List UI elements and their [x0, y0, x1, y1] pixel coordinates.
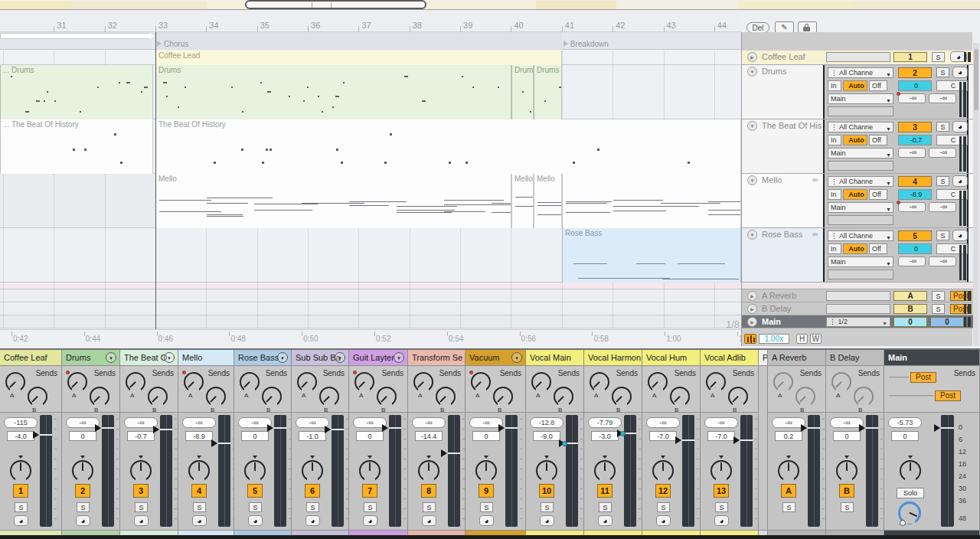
mixer-track-name[interactable]: Rose Bass	[238, 353, 279, 362]
monitor-auto-button[interactable]: Auto	[843, 189, 867, 200]
track-number-chip[interactable]: 2	[898, 67, 932, 78]
level-meter[interactable]	[40, 415, 52, 527]
mixer-track-name[interactable]: Guit Layter	[353, 353, 394, 362]
send-b-knob[interactable]	[319, 387, 339, 407]
volume-field[interactable]: 0	[898, 243, 932, 254]
arm-button[interactable]: ◕	[952, 121, 968, 132]
send-a-knob[interactable]	[413, 372, 433, 392]
arrangement-clip[interactable]: ... Drums	[0, 65, 153, 119]
send-b-knob[interactable]	[728, 387, 748, 407]
mixer-track-name[interactable]: Coffee Leaf	[4, 353, 47, 362]
track-fold-button[interactable]: ▼	[747, 121, 757, 131]
monitor-in-button[interactable]: In	[828, 189, 841, 200]
pan-knob[interactable]	[836, 460, 858, 482]
monitor-off-button[interactable]: Off	[869, 135, 887, 145]
track-activator[interactable]: 11	[597, 484, 612, 498]
level-meter[interactable]	[102, 415, 114, 527]
volume-field[interactable]: -8.9	[185, 431, 213, 441]
send-b-knob[interactable]	[493, 387, 513, 407]
send-b-knob[interactable]	[670, 387, 690, 407]
peak-level-display[interactable]: -7.79	[588, 417, 622, 428]
track-fold-button[interactable]: ▶	[747, 304, 757, 314]
arrangement-clip[interactable]: Rose Bass	[562, 228, 741, 283]
track-io-display[interactable]	[826, 304, 890, 314]
group-fold-button[interactable]: ▼	[511, 352, 522, 363]
monitor-in-button[interactable]: In	[828, 243, 841, 254]
send-a-knob[interactable]	[590, 372, 609, 392]
solo-button[interactable]: S	[932, 52, 945, 62]
send-b-knob[interactable]	[206, 387, 226, 407]
input-channel-dropdown[interactable]: ⋮ All Channe▼	[828, 122, 893, 132]
track-header-row[interactable]: ▼Mello∞⋮ All Channe▼InAutoOffMain▼4S◕-8.…	[742, 174, 973, 228]
crossfader-assign-icon[interactable]	[900, 520, 906, 526]
fader-handle[interactable]	[95, 424, 101, 432]
timeline-track-lane[interactable]	[0, 283, 741, 289]
track-activator[interactable]: 13	[714, 484, 729, 498]
fader-handle[interactable]	[498, 424, 505, 432]
scrub-area[interactable]	[0, 32, 741, 50]
level-meter[interactable]	[866, 415, 878, 527]
group-fold-button[interactable]: ▼	[277, 352, 288, 363]
input-channel-dropdown[interactable]: ⋮ All Channe▼	[828, 67, 893, 78]
solo-button[interactable]: S	[15, 502, 28, 512]
peak-level-display[interactable]: -∞	[646, 417, 680, 428]
arm-button[interactable]: ◕	[598, 515, 612, 526]
level-meter[interactable]	[160, 415, 172, 527]
fader-handle[interactable]	[267, 424, 273, 432]
delete-button[interactable]: Del	[746, 22, 769, 33]
send-a-knob[interactable]	[240, 372, 260, 392]
solo-button[interactable]: S	[193, 502, 206, 512]
track-activator[interactable]: 2	[75, 484, 90, 498]
track-activator[interactable]: B	[839, 484, 854, 498]
pan-knob[interactable]	[10, 460, 31, 482]
solo-button[interactable]: S	[782, 502, 795, 512]
monitor-off-button[interactable]: Off	[869, 80, 887, 91]
monitor-in-button[interactable]: In	[828, 80, 841, 91]
lock-envelopes-button[interactable]	[798, 21, 817, 33]
timeline-track-lane[interactable]	[0, 315, 741, 328]
time-ruler[interactable]: 0:420:440:460:480:500:520:540:560:581:00…	[0, 329, 741, 346]
arm-button[interactable]: ◕	[656, 515, 671, 526]
beat-time-ruler[interactable]: 3132333435363738394041424344	[0, 11, 741, 32]
out-meter-value[interactable]: -∞	[929, 93, 956, 103]
group-fold-button[interactable]: ▼	[394, 352, 404, 363]
level-meter[interactable]	[274, 415, 286, 527]
arrangement-clip[interactable]: Drums	[155, 65, 511, 119]
arrangement-clip[interactable]: Drum	[511, 65, 534, 119]
mixer-track-name[interactable]: Vocal Main	[530, 353, 571, 362]
solo-button[interactable]: S	[936, 122, 949, 132]
level-meter[interactable]	[448, 415, 460, 527]
send-a-knob[interactable]	[354, 372, 374, 392]
track-number-chip[interactable]: 3	[898, 122, 932, 132]
zoom-factor-field[interactable]: 1.00x	[759, 334, 789, 344]
track-name[interactable]: Rose Bass	[762, 230, 802, 239]
track-name[interactable]: A Reverb	[762, 291, 796, 300]
arrangement-clip[interactable]: Drums	[534, 65, 562, 119]
track-activator[interactable]: 4	[191, 484, 207, 498]
volume-field[interactable]: -8.9	[898, 189, 932, 200]
overview-view-selector[interactable]	[245, 0, 426, 9]
solo-button[interactable]: S	[423, 502, 436, 512]
track-header-row[interactable]: ▶B DelayBSPost	[742, 302, 973, 315]
peak-level-display[interactable]: -∞	[704, 417, 738, 428]
volume-field[interactable]: -0.7	[127, 431, 155, 441]
pan-knob[interactable]	[536, 460, 557, 482]
peak-level-display[interactable]: -5.73	[888, 417, 922, 428]
peak-level-display[interactable]: -12.8	[530, 417, 564, 428]
pan-knob[interactable]	[900, 460, 921, 482]
pan-knob[interactable]	[302, 460, 323, 482]
solo-button[interactable]: S	[77, 502, 90, 512]
arrangement-clip[interactable]: Mello	[511, 174, 534, 228]
peak-level-display[interactable]: -115	[4, 417, 38, 428]
monitor-auto-button[interactable]: Auto	[843, 243, 867, 254]
track-fold-button[interactable]: ▶	[747, 317, 757, 327]
level-meter[interactable]	[808, 415, 820, 527]
mixer-track-name[interactable]: Vocal Hum	[646, 353, 687, 362]
track-header-row[interactable]: ▼Drums⋮ All Channe▼InAutoOffMain▼2S◕0C-∞…	[742, 65, 973, 119]
track-header-row[interactable]: ▶Main⋮ 1/2▼00	[742, 315, 973, 328]
track-activator[interactable]: 10	[539, 484, 554, 498]
mixer-track-name[interactable]: Transform Se	[412, 353, 462, 362]
input-channel-dropdown[interactable]: ⋮ All Channe▼	[828, 176, 893, 187]
volume-field[interactable]: -7.0	[649, 431, 677, 441]
arm-button[interactable]: ◕	[192, 515, 207, 526]
